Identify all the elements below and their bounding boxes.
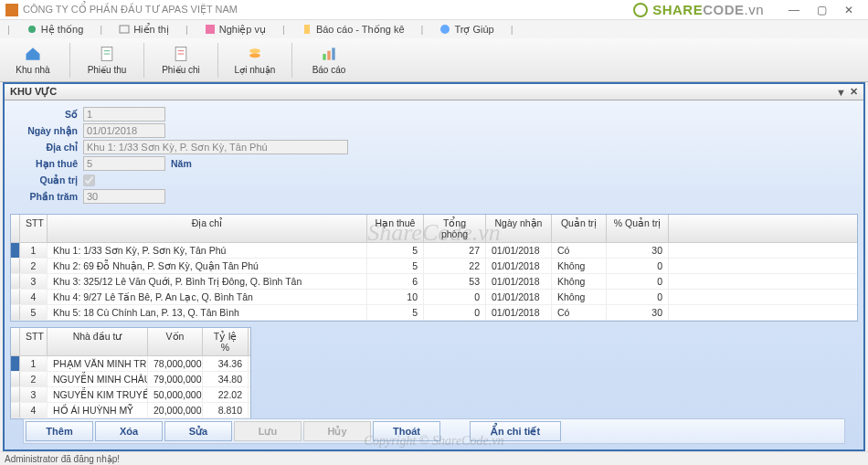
svg-rect-4 xyxy=(206,25,215,34)
col-quan-tri[interactable]: Quản trị xyxy=(552,215,607,242)
receipt-in-icon xyxy=(98,45,116,63)
label-ngay-nhan: Ngày nhận xyxy=(14,125,83,136)
col2-von[interactable]: Vốn xyxy=(148,328,203,355)
view-icon xyxy=(119,24,130,35)
table-row[interactable]: 4 Khu 4: 9/27 Lê Tấn Bê, P. An Lạc, Q. B… xyxy=(11,290,857,305)
maximize-button[interactable]: ▢ xyxy=(808,4,835,16)
btn-xoa[interactable]: Xóa xyxy=(95,421,163,441)
grid-nha-dau-tu[interactable]: STT Nhà đầu tư Vốn Tỷ lệ % 1 PHẠM VĂN MI… xyxy=(10,327,251,419)
coins-icon xyxy=(246,45,264,63)
col2-stt[interactable]: STT xyxy=(20,328,48,355)
grid-khu-vuc[interactable]: STT Địa chỉ Hạn thuê Tổng phòng Ngày nhậ… xyxy=(10,214,858,322)
svg-point-10 xyxy=(249,53,260,58)
panel-dropdown-icon[interactable]: ▼ xyxy=(836,87,846,98)
tool-khu-nha[interactable]: Khu nhà xyxy=(7,40,58,80)
task-icon xyxy=(205,24,216,35)
label-han-thue: Hạn thuê xyxy=(14,158,83,169)
input-phan-tram[interactable] xyxy=(83,189,165,204)
svg-rect-0 xyxy=(5,4,18,16)
col2-ty[interactable]: Tỷ lệ % xyxy=(203,328,249,355)
col-pquan-tri[interactable]: % Quản trị xyxy=(607,215,669,242)
menu-tro-giup[interactable]: Trợ Giúp xyxy=(439,24,493,36)
svg-point-1 xyxy=(634,4,647,16)
label-so: Số xyxy=(14,109,83,120)
menu-he-thong[interactable]: Hệ thống xyxy=(26,24,83,36)
svg-rect-12 xyxy=(327,51,330,60)
tool-loi-nhuan[interactable]: Lợi nhuận xyxy=(229,40,281,80)
panel-header: KHU VỰC ▼ ✕ xyxy=(5,84,863,100)
recycle-icon xyxy=(633,3,648,17)
minimize-button[interactable]: — xyxy=(780,4,808,16)
col-han-thue[interactable]: Hạn thuê xyxy=(367,215,424,242)
btn-huy: Hủy xyxy=(303,421,371,441)
check-quan-tri[interactable] xyxy=(83,174,95,186)
btn-thoat[interactable]: Thoát xyxy=(373,421,440,441)
toolbar: Khu nhà Phiếu thu Phiếu chi Lợi nhuận Bá… xyxy=(0,38,868,82)
col-tong-phong[interactable]: Tổng phòng xyxy=(424,215,486,242)
btn-sua[interactable]: Sửa xyxy=(164,421,232,441)
statusbar: Administrator đã đăng nhập! xyxy=(0,451,868,465)
svg-point-9 xyxy=(249,48,260,53)
menu-bao-cao[interactable]: Báo cáo - Thống kê xyxy=(302,24,405,36)
input-dia-chi[interactable] xyxy=(83,140,348,154)
table-row[interactable]: 4 HỒ ÁI HUỲNH MỸ 20,000,000 8.810 xyxy=(11,403,250,418)
table-row[interactable]: 1 Khu 1: 1/33 Sơn Kỳ, P. Sơn Kỳ, Tân Phú… xyxy=(11,243,857,259)
tool-bao-cao[interactable]: Báo cáo xyxy=(303,40,355,80)
receipt-out-icon xyxy=(172,45,190,63)
svg-rect-5 xyxy=(304,25,310,34)
col-dia-chi[interactable]: Địa chỉ xyxy=(48,215,367,242)
table-row[interactable]: 1 PHẠM VĂN MINH TRUNG 78,000,000 34.36 xyxy=(11,356,250,372)
content-frame: KHU VỰC ▼ ✕ Số Ngày nhận Địa chỉ Hạn thu… xyxy=(3,82,865,451)
tool-phieu-chi[interactable]: Phiếu chi xyxy=(155,40,206,80)
label-phan-tram: Phần trăm xyxy=(14,191,83,202)
app-icon xyxy=(5,4,18,16)
btn-them[interactable]: Thêm xyxy=(26,421,93,441)
brand-logo: SHARECODE.vn xyxy=(633,2,764,17)
report-icon xyxy=(302,24,312,35)
label-quan-tri: Quản trị xyxy=(14,174,83,185)
table-row[interactable]: 3 Khu 3: 325/12 Lê Văn Quới, P. Bình Trị… xyxy=(11,274,857,290)
svg-rect-11 xyxy=(323,54,325,60)
form-area: Số Ngày nhận Địa chỉ Hạn thuêNăm Quản tr… xyxy=(5,100,863,212)
help-icon xyxy=(439,24,450,35)
col-ngay-nhan[interactable]: Ngày nhận xyxy=(486,215,552,242)
table-row[interactable]: 2 NGUYỄN MINH CHÂU 79,000,000 34.80 xyxy=(11,372,250,387)
button-bar: Thêm Xóa Sửa Lưu Hủy Thoát Ẩn chi tiết xyxy=(23,418,845,444)
table-row[interactable]: 2 Khu 2: 69 Đỗ Nhuận, P. Sơn Kỳ, Quận Tâ… xyxy=(11,259,857,274)
tool-phieu-thu[interactable]: Phiếu thu xyxy=(81,40,132,80)
close-button[interactable]: ✕ xyxy=(835,4,863,16)
menu-hien-thi[interactable]: Hiển thị xyxy=(119,24,169,36)
table-row[interactable]: 3 NGUYỄN KIM TRUYỀN 50,000,000 22.02 xyxy=(11,387,250,403)
house-icon xyxy=(24,45,42,63)
svg-point-6 xyxy=(440,25,450,34)
label-nam: Năm xyxy=(171,158,192,169)
svg-rect-13 xyxy=(332,48,334,59)
panel-close-icon[interactable]: ✕ xyxy=(850,86,858,98)
chart-icon xyxy=(320,45,338,63)
table-row[interactable]: 5 Khu 5: 18 Cù Chính Lan, P. 13, Q. Tân … xyxy=(11,305,857,321)
col2-name[interactable]: Nhà đầu tư xyxy=(48,328,148,355)
menu-nghiep-vu[interactable]: Nghiệp vụ xyxy=(205,24,266,36)
col-stt[interactable]: STT xyxy=(20,215,48,242)
svg-rect-3 xyxy=(120,26,129,33)
svg-point-2 xyxy=(28,26,36,33)
btn-an-chi-tiet[interactable]: Ẩn chi tiết xyxy=(470,421,561,441)
input-ngay-nhan[interactable] xyxy=(83,123,165,138)
menubar: | Hệ thống | Hiển thị | Nghiệp vụ | Báo … xyxy=(0,20,868,38)
window-controls: — ▢ ✕ xyxy=(780,4,863,16)
label-dia-chi: Địa chỉ xyxy=(14,142,83,153)
window-title: CÔNG TY CỔ PHẦN ĐẦU TƯ APAS VIỆT NAM xyxy=(23,4,238,16)
panel-title: KHU VỰC xyxy=(10,86,57,98)
input-han-thue[interactable] xyxy=(83,156,165,171)
titlebar: CÔNG TY CỔ PHẦN ĐẦU TƯ APAS VIỆT NAM SHA… xyxy=(0,0,868,20)
gear-icon xyxy=(26,24,37,35)
input-so[interactable] xyxy=(83,107,165,122)
btn-luu: Lưu xyxy=(234,421,302,441)
status-text: Administrator đã đăng nhập! xyxy=(5,454,120,464)
